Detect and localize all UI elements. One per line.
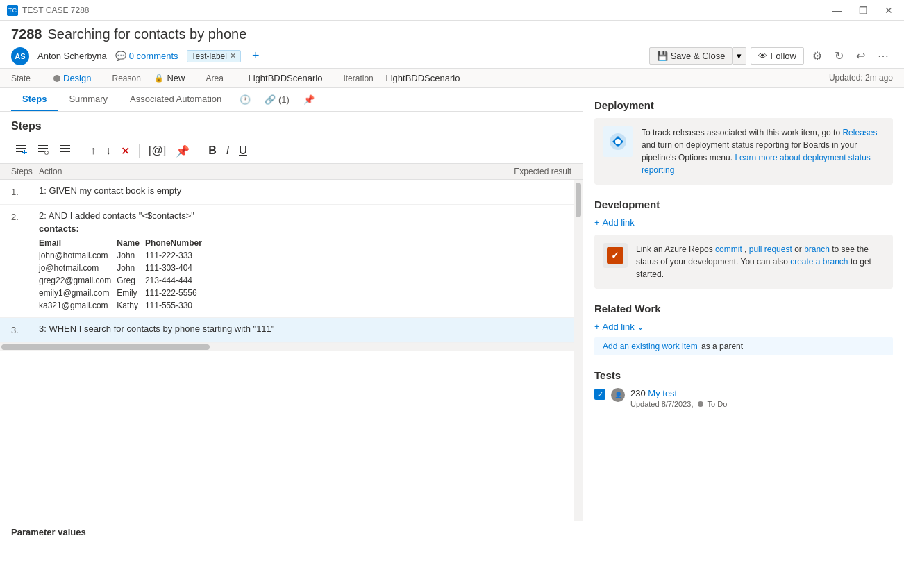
tag-item: Test-label ✕ bbox=[187, 50, 241, 62]
bottom-scrollbar[interactable] bbox=[0, 343, 574, 351]
deployment-title: Deployment bbox=[594, 99, 893, 111]
related-work-title: Related Work bbox=[594, 303, 893, 314]
svg-rect-0 bbox=[16, 145, 26, 146]
save-close-button[interactable]: 💾 Save & Close bbox=[649, 47, 733, 65]
svg-rect-4 bbox=[22, 152, 27, 153]
create-branch-link[interactable]: create a branch bbox=[790, 257, 848, 267]
related-add-link-button[interactable]: + Add link ⌄ bbox=[594, 321, 644, 332]
attachments-icon[interactable]: 📌 bbox=[296, 89, 321, 110]
undo-button[interactable]: ↩ bbox=[852, 47, 869, 65]
links-icon[interactable]: 🔗 (1) bbox=[258, 89, 296, 110]
development-add-link-button[interactable]: + Add link bbox=[594, 217, 635, 228]
tag-close-icon[interactable]: ✕ bbox=[230, 51, 236, 60]
minimize-button[interactable]: — bbox=[828, 3, 846, 17]
history-icon[interactable]: 🕐 bbox=[233, 89, 258, 110]
mention-button[interactable]: [@] bbox=[145, 142, 169, 159]
iteration-label: Iteration bbox=[343, 74, 381, 83]
step-num-3: 3. bbox=[11, 324, 39, 335]
add-shared-step-button[interactable] bbox=[33, 141, 53, 160]
test-checkbox[interactable]: ✓ bbox=[594, 389, 605, 400]
step-row-3[interactable]: 3. 3: WHEN I search for contacts by phon… bbox=[0, 318, 574, 343]
table-row: john@hotmail.com John 111-222-333 bbox=[39, 249, 208, 262]
tab-associated-automation[interactable]: Associated Automation bbox=[119, 88, 233, 111]
name-cell: Emily bbox=[117, 287, 145, 299]
dev-text2: , bbox=[744, 244, 749, 254]
branch-link[interactable]: branch bbox=[804, 244, 830, 254]
tag-label: Test-label bbox=[192, 51, 227, 61]
move-down-button[interactable]: ↓ bbox=[102, 142, 115, 159]
follow-button[interactable]: 👁 Follow bbox=[751, 47, 804, 65]
add-tag-button[interactable]: + bbox=[249, 49, 262, 63]
close-button[interactable]: ✕ bbox=[880, 3, 897, 17]
user-name: Anton Scherbyna bbox=[37, 51, 107, 61]
work-item-meta-left: AS Anton Scherbyna 💬 0 comments Test-lab… bbox=[11, 47, 262, 65]
comments-count: 0 comments bbox=[129, 51, 178, 61]
tab-summary[interactable]: Summary bbox=[58, 88, 119, 111]
tests-section: Tests ✓ 👤 230 My test Updated 8/7/2023, … bbox=[594, 369, 893, 408]
italic-button[interactable]: I bbox=[223, 142, 233, 159]
area-value[interactable]: LightBDDScenario bbox=[248, 73, 322, 83]
related-work-section: Related Work + Add link ⌄ Add an existin… bbox=[594, 303, 893, 355]
state-value[interactable]: Design bbox=[53, 73, 91, 83]
tests-title: Tests bbox=[594, 369, 893, 381]
area-field: Area LightBDDScenario bbox=[206, 73, 322, 83]
development-title: Development bbox=[594, 199, 893, 210]
steps-panel-title: Steps bbox=[0, 112, 583, 138]
steps-table-header: Steps Action Expected result bbox=[0, 164, 583, 180]
step-row-1[interactable]: 1. 1: GIVEN my contact book is empty bbox=[0, 180, 574, 205]
right-scrollbar-thumb bbox=[576, 183, 581, 217]
left-panel: Steps Summary Associated Automation 🕐 🔗 … bbox=[0, 88, 583, 543]
deployment-card: To track releases associated with this w… bbox=[594, 118, 893, 185]
email-cell: john@hotmail.com bbox=[39, 249, 117, 262]
attach-button[interactable]: 📌 bbox=[172, 142, 193, 160]
tab-steps[interactable]: Steps bbox=[11, 88, 58, 111]
add-step-button[interactable] bbox=[11, 141, 31, 160]
restore-button[interactable]: ❐ bbox=[855, 3, 872, 17]
comment-icon: 💬 bbox=[115, 51, 126, 61]
email-cell: emily1@gmail.com bbox=[39, 287, 117, 299]
iteration-value[interactable]: LightBDDScenario bbox=[385, 73, 460, 83]
test-item: ✓ 👤 230 My test Updated 8/7/2023, To Do bbox=[594, 388, 893, 408]
state-label: State bbox=[11, 74, 49, 83]
comments-link[interactable]: 💬 0 comments bbox=[115, 51, 178, 61]
iteration-field: Iteration LightBDDScenario bbox=[343, 73, 460, 83]
delete-step-button[interactable]: ✕ bbox=[117, 142, 133, 160]
title-bar: TC TEST CASE 7288 — ❐ ✕ bbox=[0, 0, 904, 21]
contacts-table: Email Name PhoneNumber john@hotmail.com … bbox=[39, 237, 208, 312]
reason-label: Reason bbox=[112, 74, 150, 83]
underline-button[interactable]: U bbox=[235, 142, 251, 159]
save-close-dropdown-button[interactable]: ▾ bbox=[733, 47, 746, 65]
development-section: Development + Add link ✓ Link an Azure R… bbox=[594, 199, 893, 289]
commit-link[interactable]: commit bbox=[715, 244, 742, 254]
svg-rect-2 bbox=[16, 151, 23, 152]
move-up-button[interactable]: ↑ bbox=[87, 142, 99, 159]
status-dot-icon bbox=[698, 401, 703, 407]
refresh-button[interactable]: ↻ bbox=[830, 47, 848, 65]
releases-link[interactable]: Releases bbox=[842, 128, 877, 137]
dev-text1: Link an Azure Repos bbox=[636, 244, 715, 254]
svg-rect-13 bbox=[60, 151, 70, 152]
test-title-link[interactable]: My test bbox=[648, 388, 677, 398]
bottom-scrollbar-thumb bbox=[1, 344, 210, 350]
step-action-3: 3: WHEN I search for contacts by phone s… bbox=[39, 324, 563, 334]
follow-eye-icon: 👁 bbox=[758, 51, 767, 61]
dev-text: Link an Azure Repos commit , pull reques… bbox=[636, 243, 885, 280]
col-phone: PhoneNumber bbox=[145, 237, 208, 249]
svg-rect-1 bbox=[16, 148, 26, 149]
bold-button[interactable]: B bbox=[205, 142, 220, 159]
table-row: emily1@gmail.com Emily 111-222-5556 bbox=[39, 287, 208, 299]
add-existing-link[interactable]: Add an existing work item bbox=[603, 342, 698, 351]
email-cell: greg22@gmail.com bbox=[39, 274, 117, 287]
reason-value[interactable]: 🔒 New bbox=[154, 73, 185, 83]
pull-request-link[interactable]: pull request bbox=[749, 244, 792, 254]
right-scrollbar[interactable] bbox=[574, 180, 583, 521]
work-item-title-row: 7288 Searching for contacts by phone bbox=[11, 26, 893, 42]
step-row-2[interactable]: 2. 2: AND I added contacts "<$contacts>"… bbox=[0, 205, 574, 318]
more-button[interactable]: ⋯ bbox=[873, 47, 893, 65]
deployment-section: Deployment To track releases associated … bbox=[594, 99, 893, 185]
settings-button[interactable]: ⚙ bbox=[808, 47, 826, 65]
insert-step-button[interactable] bbox=[56, 141, 75, 160]
right-panel: Deployment To track releases associated … bbox=[583, 88, 904, 543]
tabs-row: Steps Summary Associated Automation 🕐 🔗 … bbox=[0, 88, 583, 112]
deployment-pipeline-icon bbox=[603, 126, 633, 157]
